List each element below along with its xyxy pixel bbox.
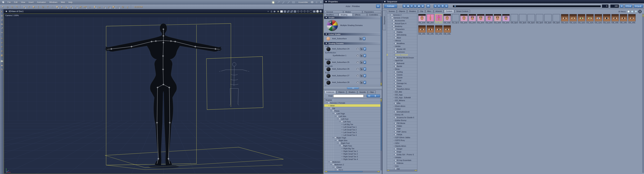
browser-tab-artwork[interactable]: Artwork — [434, 10, 444, 13]
dolly-tool[interactable]: ⊕ — [0, 50, 3, 52]
expand-arrow-icon[interactable] — [339, 143, 340, 144]
scene-root-row[interactable]: Scene — [324, 98, 381, 102]
scene-node-left-small-toe-2[interactable]: Left Small Toe 2 — [324, 128, 381, 131]
thumbnail-02b-lips0-16[interactable]: 02b_lips0. — [544, 14, 552, 24]
folder-node-ember[interactable]: Ember — [387, 108, 417, 111]
insert-bone-icon[interactable]: ʃ — [36, 5, 40, 8]
frame-rate-dropdown[interactable]: 24 fps — [634, 4, 643, 8]
folder-node-balivandi[interactable]: Balivandi — [387, 62, 417, 65]
render-preview-button[interactable] — [426, 4, 430, 8]
thumbnail-image[interactable] — [519, 14, 526, 21]
thumbnail-02b-lips0-12[interactable]: 02b_lips0. — [511, 14, 518, 24]
folder-node-ed-inga[interactable]: ED_Inga — [387, 93, 417, 96]
render-room-icon[interactable] — [292, 1, 295, 4]
sort-descending-button[interactable] — [631, 10, 634, 13]
folder-node-ig-iray-essentials[interactable]: IG Iray Essentials — [387, 159, 417, 162]
camera-label[interactable]: Camera 1 100% — [4, 14, 323, 17]
ik-chain-tool-icon[interactable]: ✦ — [1, 5, 5, 8]
total-frames-field[interactable]: 168 — [610, 4, 619, 8]
scene-node-neck[interactable]: Neck — [324, 169, 381, 170]
multichannel-shader-ball[interactable] — [327, 20, 338, 31]
domain-shader-ball[interactable] — [326, 60, 330, 65]
menu-animation[interactable]: Animation — [35, 1, 48, 4]
expand-arrow-icon[interactable] — [337, 116, 338, 117]
thumbnail-01b-mak-4[interactable]: 01b_mak. — [444, 14, 451, 24]
bounding-box-mode-icon[interactable] — [310, 10, 312, 12]
expand-arrow-icon[interactable] — [330, 108, 332, 109]
texture-room-icon[interactable] — [287, 1, 290, 4]
thumbnail-03a-eyes-22[interactable]: 03a_eyes. — [595, 14, 602, 24]
expand-arrow-icon[interactable] — [395, 34, 396, 35]
play-button[interactable]: ▶ — [414, 4, 417, 8]
folder-node-izzy[interactable]: Izzy — [387, 165, 417, 168]
expand-arrow-icon[interactable] — [332, 111, 334, 111]
browser-tab-content[interactable]: Content — [444, 10, 454, 13]
thumbnail-02b-lips0-15[interactable]: 02b_lips0. — [536, 14, 544, 24]
scene-node-right-small-toe-2[interactable]: Right Small Toe 2 — [324, 153, 381, 155]
working-box-tool[interactable]: ▦ — [0, 54, 3, 56]
thumbnails-scrollbar[interactable] — [642, 14, 644, 173]
expand-arrow-icon[interactable] — [395, 160, 396, 161]
shading-domains-icon[interactable] — [360, 74, 363, 77]
folder-node-coral[interactable]: Coral — [387, 79, 417, 82]
browser-tab-scenes[interactable]: Scenes — [387, 10, 397, 13]
menu-windows[interactable]: Windows — [48, 1, 59, 4]
thumbnail-02b-lips0-13[interactable]: 02b_lips0. — [519, 14, 527, 24]
scene-node-hip[interactable]: Hip — [324, 107, 381, 110]
flat-shade-mode-icon[interactable] — [313, 10, 316, 12]
sequencer-title-bar[interactable]: Sequencer — [382, 0, 644, 3]
pan-hand-tool-icon[interactable]: ψ — [5, 5, 10, 8]
folder-node-actual-eyes-4[interactable]: Actual Eyes 4 — [387, 22, 417, 25]
expand-arrow-icon[interactable] — [395, 31, 396, 33]
folder-node-cassia[interactable]: Cassia — [387, 73, 417, 76]
insert-vertex-object-icon[interactable]: ◉ — [32, 5, 36, 8]
insert-building-icon[interactable]: ⌂ — [88, 5, 92, 8]
folder-node-esther-bunny[interactable]: Esther Bunny — [387, 119, 417, 122]
scene-tree-scrollbar[interactable] — [380, 98, 382, 170]
timeline-scrubber[interactable] — [454, 6, 456, 7]
browser-tab-objects[interactable]: Objects — [397, 10, 407, 13]
list-tab-clips[interactable]: Clips — [368, 91, 376, 94]
folder-node-emmy-v6[interactable]: Emmy V6 — [387, 113, 417, 116]
layout-two-pane-button[interactable] — [284, 10, 286, 12]
shader-section-header[interactable]: Shader — [324, 16, 381, 19]
delete-key-button[interactable] — [441, 4, 444, 8]
find-input[interactable] — [333, 95, 364, 97]
thumbnail-image[interactable] — [477, 14, 484, 21]
expand-arrow-icon[interactable] — [394, 26, 394, 27]
menu-view[interactable]: View — [19, 1, 27, 4]
expand-arrow-icon[interactable] — [395, 57, 396, 58]
thumbnail-03b-refle-29[interactable]: 03b_refle. — [435, 25, 443, 35]
scale-tool[interactable] — [0, 23, 3, 25]
expand-arrow-icon[interactable] — [395, 134, 396, 135]
scene-node-left-toes[interactable]: Left Toes — [324, 120, 381, 123]
thumbnail-image[interactable] — [469, 14, 476, 21]
thumbnail-image[interactable] — [603, 14, 610, 21]
thumbnail-image[interactable] — [570, 14, 577, 21]
thumbnail-image[interactable] — [418, 14, 426, 21]
domain-shader-ball[interactable] — [326, 47, 330, 51]
insert-rock-icon[interactable]: ▲ — [64, 5, 68, 8]
scene-node-left-small-toe-4[interactable]: Left Small Toe 4 — [324, 134, 381, 137]
folder-node-cassie[interactable]: Cassie — [387, 76, 417, 79]
folder-node-alani[interactable]: Alani — [387, 36, 417, 39]
delete-domain-shader-button[interactable] — [356, 47, 359, 50]
folder-node-diana[interactable]: Diana — [387, 85, 417, 88]
fast-forward-button[interactable]: ▶▶ — [417, 4, 421, 8]
scene-node-left-foot[interactable]: Left Foot — [324, 118, 381, 120]
thumbnail-image[interactable] — [418, 25, 426, 33]
time-unit-dropdown[interactable]: FPS — [624, 4, 632, 8]
thumbnail-02b-lips0-17[interactable]: 02b_lips0. — [553, 14, 560, 24]
delete-domain-shader-button[interactable] — [356, 74, 359, 77]
delete-domain-shader-button[interactable] — [356, 68, 359, 70]
thumbnail-image[interactable] — [460, 14, 468, 21]
expand-arrow-icon[interactable] — [395, 37, 396, 38]
folder-node-alessa[interactable]: Alessa — [387, 39, 417, 42]
folder-node-beau[interactable]: Beau — [387, 68, 417, 71]
thumbnail-03b-refle-25[interactable]: 03b_refle. — [620, 14, 628, 24]
scene-node-right-thigh[interactable]: Right Thigh — [324, 137, 381, 139]
thumbnail-image[interactable] — [595, 14, 602, 21]
node-link-icon[interactable]: 品 — [270, 10, 273, 12]
expand-arrow-icon[interactable] — [335, 137, 336, 138]
shader-scrollbar[interactable] — [380, 16, 382, 86]
